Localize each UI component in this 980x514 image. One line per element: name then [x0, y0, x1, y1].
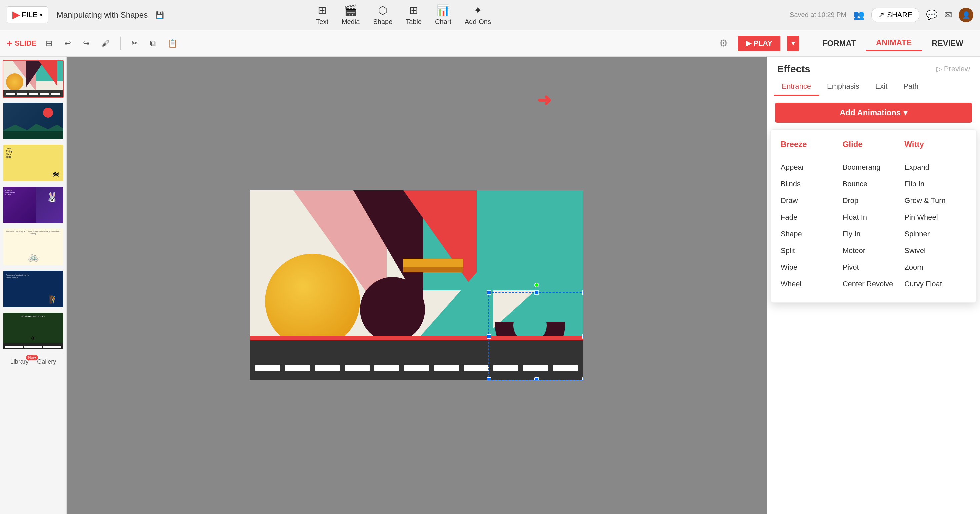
anim-column-breeze: Breeze Appear Blinds Draw Fade Shape Spl… — [781, 140, 843, 292]
media-tool-icon: 🎬 — [344, 4, 357, 17]
paintbrush-button[interactable]: 🖌 — [99, 37, 112, 49]
add-animations-button[interactable]: Add Animations ▾ — [775, 103, 972, 123]
file-label: FILE — [22, 11, 38, 19]
anim-meteor[interactable]: Meteor — [843, 242, 905, 259]
redo-button[interactable]: ↪ — [80, 37, 92, 49]
slide-thumb-1[interactable]: 1 — [3, 60, 64, 98]
media-tool-label: Media — [342, 18, 360, 25]
slide-thumb-7[interactable]: 7 ALL YOU HAVE TO DO IS FLY ✈ — [3, 312, 64, 350]
share-button[interactable]: ↗ SHARE — [871, 8, 920, 22]
shape-tool[interactable]: ⬡ Shape — [373, 4, 392, 25]
media-tool[interactable]: 🎬 Media — [342, 4, 360, 25]
share-icon: ↗ — [878, 11, 885, 19]
preview-icon: ▷ — [936, 65, 942, 73]
add-animations-label: Add Animations — [840, 108, 900, 117]
tab-entrance[interactable]: Entrance — [774, 78, 819, 95]
anim-spinner[interactable]: Spinner — [904, 226, 966, 242]
settings-icon[interactable]: ⚙ — [719, 38, 728, 49]
tab-animate[interactable]: ANIMATE — [866, 35, 922, 51]
witty-header: Witty — [904, 140, 966, 152]
anim-wheel[interactable]: Wheel — [781, 276, 843, 292]
chart-tool-icon: 📊 — [437, 4, 450, 17]
anim-swivel[interactable]: Swivel — [904, 242, 966, 259]
anim-drop[interactable]: Drop — [843, 193, 905, 209]
anim-flip-in[interactable]: Flip In — [904, 176, 966, 193]
anim-appear[interactable]: Appear — [781, 159, 843, 176]
anim-boomerang[interactable]: Boomerang — [843, 159, 905, 176]
slide3-bike-icon: 🏍 — [52, 169, 60, 178]
addons-tool-label: Add-Ons — [465, 18, 491, 25]
anim-pivot[interactable]: Pivot — [843, 259, 905, 276]
copy-button[interactable]: ⧉ — [147, 37, 158, 49]
mail-icon[interactable]: ✉ — [944, 10, 952, 20]
tab-emphasis[interactable]: Emphasis — [819, 78, 867, 95]
tab-format[interactable]: FORMAT — [812, 35, 866, 51]
slide-thumb-5[interactable]: 5 Life is like riding a bicycle - in ord… — [3, 228, 64, 266]
anim-bounce[interactable]: Bounce — [843, 176, 905, 193]
slide-thumb-6[interactable]: 6 "An ounce of practice is worth athousa… — [3, 270, 64, 308]
slides-panel-bottom: Library New Gallery — [3, 354, 64, 369]
grid-view-button[interactable]: ⊞ — [43, 37, 55, 49]
slide4-rabbit-icon: 🐰 — [46, 192, 58, 203]
animations-header: Add Animations ▾ — [767, 96, 980, 129]
preview-button[interactable]: ▷ Preview — [936, 65, 970, 73]
anim-shape[interactable]: Shape — [781, 226, 843, 242]
anim-pin-wheel[interactable]: Pin Wheel — [904, 209, 966, 226]
tab-review[interactable]: REVIEW — [922, 35, 973, 51]
slide-thumb-3[interactable]: 3 JustEnjoyYourRide 🏍 — [3, 144, 64, 182]
slide6-figure-icon: 🧗 — [49, 295, 58, 304]
animation-dropdown: Breeze Appear Blinds Draw Fade Shape Spl… — [770, 129, 977, 303]
library-button[interactable]: Library New — [10, 358, 29, 365]
play-dropdown-button[interactable]: ▾ — [787, 36, 799, 51]
anim-expand[interactable]: Expand — [904, 159, 966, 176]
anim-curvy-float[interactable]: Curvy Float — [904, 276, 966, 292]
new-badge: New — [26, 355, 38, 360]
anim-float-in[interactable]: Float In — [843, 209, 905, 226]
anim-center-revolve[interactable]: Center Revolve — [843, 276, 905, 292]
addons-tool[interactable]: ✦ Add-Ons — [465, 4, 491, 25]
file-menu-button[interactable]: ▶ FILE ▾ — [7, 6, 48, 23]
paste-button[interactable]: 📋 — [165, 37, 180, 49]
slide7-plane-icon: ✈ — [31, 335, 36, 342]
anim-split[interactable]: Split — [781, 242, 843, 259]
play-button[interactable]: ▶ PLAY — [738, 36, 780, 51]
slide-thumb-4[interactable]: 4 🐰 The RealAchievementis Effort — [3, 186, 64, 224]
anim-zoom[interactable]: Zoom — [904, 259, 966, 276]
file-dropdown-icon: ▾ — [40, 12, 42, 18]
people-icon[interactable]: 👥 — [853, 10, 865, 20]
text-tool[interactable]: ⊞ Text — [316, 4, 328, 25]
comment-icon[interactable]: 💬 — [926, 10, 938, 20]
slide-thumb-2[interactable]: 2 — [3, 102, 64, 140]
nav-tabs: FORMAT ANIMATE REVIEW — [812, 35, 973, 51]
add-slide-button[interactable]: + SLIDE — [7, 38, 37, 49]
anim-blinds[interactable]: Blinds — [781, 176, 843, 193]
anim-wipe[interactable]: Wipe — [781, 259, 843, 276]
doc-title: Manipulating with Shapes — [57, 10, 148, 20]
anim-draw[interactable]: Draw — [781, 193, 843, 209]
gallery-button[interactable]: Gallery — [37, 358, 56, 365]
text-tool-icon: ⊞ — [318, 4, 327, 17]
slide5-bike-icon: 🚲 — [28, 251, 39, 262]
anim-fade[interactable]: Fade — [781, 209, 843, 226]
share-label: SHARE — [887, 11, 912, 19]
text-tool-label: Text — [316, 18, 328, 25]
shape-tool-icon: ⬡ — [378, 4, 387, 17]
table-tool[interactable]: ⊞ Table — [406, 4, 422, 25]
slide-canvas[interactable] — [250, 190, 583, 380]
tab-path[interactable]: Path — [895, 78, 926, 95]
anim-fly-in[interactable]: Fly In — [843, 226, 905, 242]
glide-header: Glide — [843, 140, 905, 152]
undo-button[interactable]: ↩ — [62, 37, 74, 49]
avatar[interactable]: 👤 — [959, 8, 973, 22]
scissors-button[interactable]: ✂ — [129, 37, 141, 49]
file-logo-icon: ▶ — [12, 10, 20, 20]
effects-tabs: Entrance Emphasis Exit Path — [767, 78, 980, 96]
shape-tool-label: Shape — [373, 18, 392, 25]
anim-column-witty: Witty Expand Flip In Grow & Turn Pin Whe… — [904, 140, 966, 292]
effects-title: Effects — [777, 63, 810, 75]
anim-grow-turn[interactable]: Grow & Turn — [904, 193, 966, 209]
chart-tool[interactable]: 📊 Chart — [435, 4, 451, 25]
tab-exit[interactable]: Exit — [867, 78, 896, 95]
table-tool-label: Table — [406, 18, 422, 25]
breeze-header: Breeze — [781, 140, 843, 152]
